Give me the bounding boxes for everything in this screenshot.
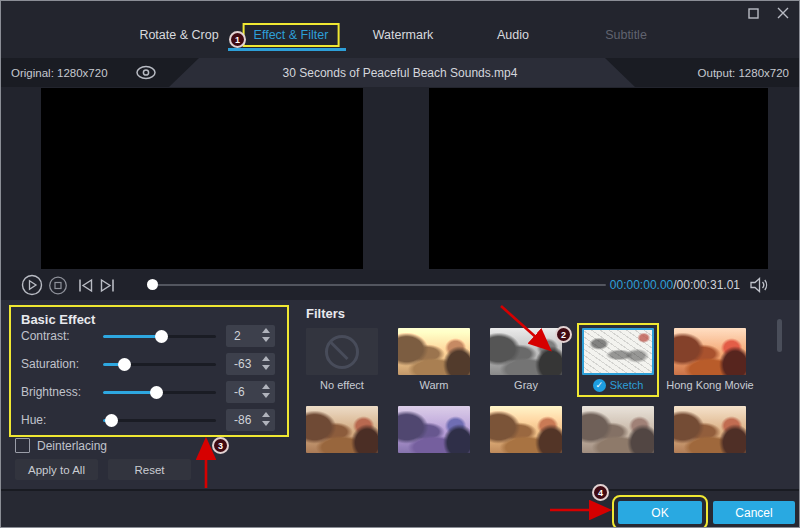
reset-button[interactable]: Reset	[108, 459, 191, 480]
hue-spin-down-icon[interactable]	[262, 421, 270, 426]
apply-to-all-button[interactable]: Apply to All	[15, 459, 98, 480]
preview-area	[1, 87, 799, 270]
hue-row: Hue:-86	[11, 409, 287, 433]
filter-preview-image	[490, 328, 562, 375]
brightness-slider-fill	[103, 391, 156, 394]
basic-effect-panel: Basic Effect Contrast:2Saturation:-63Bri…	[9, 305, 289, 437]
sketch-preview-image	[584, 330, 652, 373]
filter-hong-kong-movie[interactable]: Hong Kong Movie	[674, 328, 746, 392]
play-icon[interactable]	[21, 270, 43, 300]
hue-spin-up-icon[interactable]	[262, 412, 270, 417]
volume-icon[interactable]	[749, 277, 769, 297]
filter-no-effect-thumbnail[interactable]	[306, 328, 378, 375]
filter-row2-3[interactable]	[490, 406, 562, 453]
ok-button[interactable]: OK	[618, 501, 702, 524]
filter-preview-image	[398, 406, 470, 453]
filter-row2-1-thumbnail[interactable]	[306, 406, 378, 453]
tab-audio[interactable]: Audio	[486, 23, 540, 47]
no-effect-icon	[325, 335, 359, 369]
effect-content: Basic Effect Contrast:2Saturation:-63Bri…	[1, 300, 799, 489]
filter-preview-image	[674, 406, 746, 453]
filter-preview-image	[306, 406, 378, 453]
cancel-button[interactable]: Cancel	[713, 501, 795, 524]
brightness-value-spinner[interactable]: -6	[226, 381, 275, 403]
contrast-spin-down-icon[interactable]	[262, 337, 270, 342]
footer-bar: OK Cancel	[1, 489, 799, 528]
contrast-slider[interactable]	[103, 335, 216, 338]
total-time: 00:00:31.01	[677, 278, 740, 292]
brightness-slider-handle[interactable]	[150, 386, 163, 399]
filter-no-effect-label: No effect	[320, 379, 364, 391]
saturation-value: -63	[234, 353, 251, 375]
file-info-bar: Original: 1280x720 30 Seconds of Peacefu…	[1, 58, 799, 87]
filter-hong-kong-movie-label: Hong Kong Movie	[666, 379, 753, 391]
contrast-row: Contrast:2	[11, 325, 287, 349]
filter-row2-4[interactable]	[582, 406, 654, 453]
filter-warm[interactable]: Warm	[398, 328, 470, 392]
seek-handle[interactable]	[147, 279, 158, 290]
saturation-slider[interactable]	[103, 363, 216, 366]
filter-sketch-thumbnail[interactable]	[582, 328, 654, 375]
filter-hong-kong-movie-thumbnail[interactable]	[674, 328, 746, 375]
contrast-value: 2	[234, 325, 241, 347]
filter-preview-image	[582, 406, 654, 453]
brightness-spin-up-icon[interactable]	[262, 384, 270, 389]
contrast-spin-up-icon[interactable]	[262, 328, 270, 333]
effect-filter-dialog: Rotate & CropEffect & FilterWatermarkAud…	[0, 0, 800, 528]
stop-icon[interactable]	[49, 270, 68, 300]
filter-sketch[interactable]: ✓Sketch	[582, 328, 654, 392]
titlebar: Rotate & CropEffect & FilterWatermarkAud…	[1, 1, 799, 58]
filter-preview-image	[674, 328, 746, 375]
hue-value-spinner[interactable]: -86	[226, 409, 275, 431]
maximize-icon[interactable]	[745, 5, 761, 21]
filter-gray[interactable]: Gray	[490, 328, 562, 392]
deinterlacing-label: Deinterlacing	[37, 439, 107, 453]
hue-label: Hue:	[21, 413, 46, 427]
contrast-label: Contrast:	[21, 329, 70, 343]
filter-row2-5[interactable]	[674, 406, 746, 453]
current-time: 00:00:00.00	[610, 278, 673, 292]
previous-frame-icon[interactable]	[78, 270, 95, 300]
player-bar: 00:00:00.00/00:00:31.01	[1, 270, 799, 300]
tab-effect-filter[interactable]: Effect & Filter	[243, 23, 340, 47]
selected-check-icon: ✓	[593, 379, 606, 392]
hue-slider-handle[interactable]	[105, 414, 118, 427]
contrast-slider-fill	[103, 335, 161, 338]
filters-scrollbar[interactable]	[777, 319, 782, 352]
filter-row2-5-thumbnail[interactable]	[674, 406, 746, 453]
filter-no-effect[interactable]: No effect	[306, 328, 378, 392]
contrast-slider-handle[interactable]	[155, 330, 168, 343]
saturation-slider-handle[interactable]	[118, 358, 131, 371]
seek-bar[interactable]	[148, 284, 606, 286]
saturation-spin-down-icon[interactable]	[262, 365, 270, 370]
filter-preview-image	[398, 328, 470, 375]
filter-gray-thumbnail[interactable]	[490, 328, 562, 375]
tab-subtitle[interactable]: Subtitle	[594, 23, 658, 47]
tab-rotate-crop[interactable]: Rotate & Crop	[128, 23, 229, 47]
saturation-label: Saturation:	[21, 357, 79, 371]
brightness-spin-down-icon[interactable]	[262, 393, 270, 398]
close-icon[interactable]	[775, 5, 791, 21]
filter-row2-2[interactable]	[398, 406, 470, 453]
filter-preview-image	[490, 406, 562, 453]
deinterlacing-checkbox[interactable]	[15, 438, 30, 453]
filter-warm-label: Warm	[420, 379, 449, 391]
filters-title: Filters	[306, 306, 345, 321]
filter-warm-thumbnail[interactable]	[398, 328, 470, 375]
hue-value: -86	[234, 409, 251, 431]
filter-row2-1[interactable]	[306, 406, 378, 453]
filter-gray-label: Gray	[514, 379, 538, 391]
saturation-value-spinner[interactable]: -63	[226, 353, 275, 375]
next-frame-icon[interactable]	[99, 270, 116, 300]
contrast-value-spinner[interactable]: 2	[226, 325, 275, 347]
filter-row2-3-thumbnail[interactable]	[490, 406, 562, 453]
filter-row2-2-thumbnail[interactable]	[398, 406, 470, 453]
saturation-spin-up-icon[interactable]	[262, 356, 270, 361]
hue-slider[interactable]	[103, 419, 216, 422]
tab-watermark[interactable]: Watermark	[362, 23, 445, 47]
brightness-slider[interactable]	[103, 391, 216, 394]
filter-sketch-label: Sketch	[610, 379, 644, 391]
time-display: 00:00:00.00/00:00:31.01	[610, 270, 740, 300]
output-resolution-label: Output: 1280x720	[698, 58, 789, 87]
filter-row2-4-thumbnail[interactable]	[582, 406, 654, 453]
